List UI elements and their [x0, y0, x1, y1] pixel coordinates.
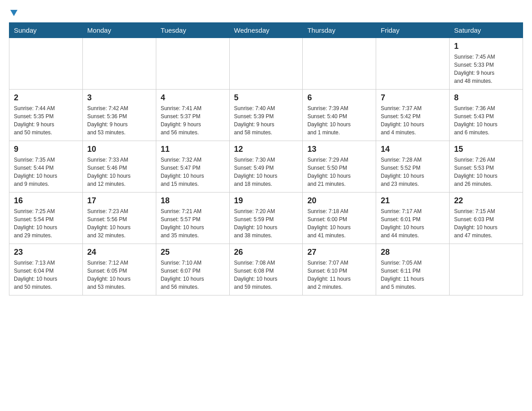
table-row: 27Sunrise: 7:07 AM Sunset: 6:10 PM Dayli… [303, 244, 376, 295]
day-info: Sunrise: 7:33 AM Sunset: 5:46 PM Dayligh… [87, 156, 151, 188]
day-info: Sunrise: 7:41 AM Sunset: 5:37 PM Dayligh… [161, 104, 225, 137]
day-info: Sunrise: 7:42 AM Sunset: 5:36 PM Dayligh… [87, 104, 151, 137]
day-info: Sunrise: 7:13 AM Sunset: 6:04 PM Dayligh… [14, 259, 78, 291]
logo [9, 9, 17, 18]
table-row [229, 38, 303, 90]
table-row: 25Sunrise: 7:10 AM Sunset: 6:07 PM Dayli… [156, 244, 229, 295]
day-number: 13 [307, 145, 371, 154]
table-row [303, 38, 376, 90]
day-info: Sunrise: 7:18 AM Sunset: 6:00 PM Dayligh… [307, 207, 371, 240]
table-row: 12Sunrise: 7:30 AM Sunset: 5:49 PM Dayli… [229, 141, 303, 193]
table-row: 8Sunrise: 7:36 AM Sunset: 5:43 PM Daylig… [450, 90, 523, 141]
table-row [82, 38, 156, 90]
day-number: 5 [234, 93, 298, 103]
day-info: Sunrise: 7:26 AM Sunset: 5:53 PM Dayligh… [454, 156, 518, 188]
day-number: 2 [14, 93, 78, 103]
table-row: 7Sunrise: 7:37 AM Sunset: 5:42 PM Daylig… [376, 90, 450, 141]
table-row: 15Sunrise: 7:26 AM Sunset: 5:53 PM Dayli… [450, 141, 523, 193]
day-info: Sunrise: 7:39 AM Sunset: 5:40 PM Dayligh… [307, 104, 371, 137]
day-info: Sunrise: 7:37 AM Sunset: 5:42 PM Dayligh… [381, 104, 445, 137]
day-number: 20 [307, 196, 371, 206]
day-number: 28 [381, 248, 445, 257]
day-number: 3 [87, 93, 151, 103]
week-row-1: 1Sunrise: 7:45 AM Sunset: 5:33 PM Daylig… [9, 38, 523, 90]
table-row: 2Sunrise: 7:44 AM Sunset: 5:35 PM Daylig… [9, 90, 83, 141]
day-number: 6 [307, 93, 371, 103]
day-info: Sunrise: 7:10 AM Sunset: 6:07 PM Dayligh… [161, 259, 225, 291]
day-number: 17 [87, 196, 151, 206]
day-number: 27 [307, 248, 371, 257]
week-row-4: 16Sunrise: 7:25 AM Sunset: 5:54 PM Dayli… [9, 193, 523, 244]
day-number: 19 [234, 196, 298, 206]
week-row-2: 2Sunrise: 7:44 AM Sunset: 5:35 PM Daylig… [9, 90, 523, 141]
day-number: 16 [14, 196, 78, 206]
table-row: 28Sunrise: 7:05 AM Sunset: 6:11 PM Dayli… [376, 244, 450, 295]
svg-marker-0 [10, 10, 17, 16]
table-row: 26Sunrise: 7:08 AM Sunset: 6:08 PM Dayli… [229, 244, 303, 295]
logo-arrow-icon [10, 10, 17, 19]
col-sunday: Sunday [9, 23, 83, 38]
day-info: Sunrise: 7:29 AM Sunset: 5:50 PM Dayligh… [307, 156, 371, 188]
day-number: 26 [234, 248, 298, 257]
day-number: 1 [454, 42, 518, 51]
table-row [450, 244, 523, 295]
day-number: 22 [454, 196, 518, 206]
table-row: 23Sunrise: 7:13 AM Sunset: 6:04 PM Dayli… [9, 244, 83, 295]
day-number: 25 [161, 248, 225, 257]
day-number: 15 [454, 145, 518, 154]
week-row-5: 23Sunrise: 7:13 AM Sunset: 6:04 PM Dayli… [9, 244, 523, 295]
day-number: 11 [161, 145, 225, 154]
day-info: Sunrise: 7:30 AM Sunset: 5:49 PM Dayligh… [234, 156, 298, 188]
day-number: 8 [454, 93, 518, 103]
day-info: Sunrise: 7:40 AM Sunset: 5:39 PM Dayligh… [234, 104, 298, 137]
day-number: 9 [14, 145, 78, 154]
table-row: 10Sunrise: 7:33 AM Sunset: 5:46 PM Dayli… [82, 141, 156, 193]
table-row: 13Sunrise: 7:29 AM Sunset: 5:50 PM Dayli… [303, 141, 376, 193]
day-info: Sunrise: 7:20 AM Sunset: 5:59 PM Dayligh… [234, 207, 298, 240]
week-row-3: 9Sunrise: 7:35 AM Sunset: 5:44 PM Daylig… [9, 141, 523, 193]
day-info: Sunrise: 7:45 AM Sunset: 5:33 PM Dayligh… [454, 53, 518, 85]
table-row: 9Sunrise: 7:35 AM Sunset: 5:44 PM Daylig… [9, 141, 83, 193]
table-row: 19Sunrise: 7:20 AM Sunset: 5:59 PM Dayli… [229, 193, 303, 244]
day-info: Sunrise: 7:15 AM Sunset: 6:03 PM Dayligh… [454, 207, 518, 240]
day-info: Sunrise: 7:32 AM Sunset: 5:47 PM Dayligh… [161, 156, 225, 188]
day-info: Sunrise: 7:12 AM Sunset: 6:05 PM Dayligh… [87, 259, 151, 291]
table-row: 21Sunrise: 7:17 AM Sunset: 6:01 PM Dayli… [376, 193, 450, 244]
table-row: 5Sunrise: 7:40 AM Sunset: 5:39 PM Daylig… [229, 90, 303, 141]
table-row: 1Sunrise: 7:45 AM Sunset: 5:33 PM Daylig… [450, 38, 523, 90]
day-info: Sunrise: 7:44 AM Sunset: 5:35 PM Dayligh… [14, 104, 78, 137]
table-row: 17Sunrise: 7:23 AM Sunset: 5:56 PM Dayli… [82, 193, 156, 244]
day-number: 24 [87, 248, 151, 257]
day-info: Sunrise: 7:28 AM Sunset: 5:52 PM Dayligh… [381, 156, 445, 188]
col-wednesday: Wednesday [229, 23, 303, 38]
table-row: 11Sunrise: 7:32 AM Sunset: 5:47 PM Dayli… [156, 141, 229, 193]
table-row: 16Sunrise: 7:25 AM Sunset: 5:54 PM Dayli… [9, 193, 83, 244]
table-row: 20Sunrise: 7:18 AM Sunset: 6:00 PM Dayli… [303, 193, 376, 244]
day-info: Sunrise: 7:17 AM Sunset: 6:01 PM Dayligh… [381, 207, 445, 240]
day-number: 23 [14, 248, 78, 257]
col-friday: Friday [376, 23, 450, 38]
day-info: Sunrise: 7:08 AM Sunset: 6:08 PM Dayligh… [234, 259, 298, 291]
day-number: 12 [234, 145, 298, 154]
table-row [376, 38, 450, 90]
day-info: Sunrise: 7:21 AM Sunset: 5:57 PM Dayligh… [161, 207, 225, 240]
day-number: 14 [381, 145, 445, 154]
day-info: Sunrise: 7:36 AM Sunset: 5:43 PM Dayligh… [454, 104, 518, 137]
day-number: 10 [87, 145, 151, 154]
table-row: 22Sunrise: 7:15 AM Sunset: 6:03 PM Dayli… [450, 193, 523, 244]
day-info: Sunrise: 7:25 AM Sunset: 5:54 PM Dayligh… [14, 207, 78, 240]
calendar-table: Sunday Monday Tuesday Wednesday Thursday… [9, 22, 523, 295]
table-row: 3Sunrise: 7:42 AM Sunset: 5:36 PM Daylig… [82, 90, 156, 141]
day-number: 7 [381, 93, 445, 103]
day-info: Sunrise: 7:35 AM Sunset: 5:44 PM Dayligh… [14, 156, 78, 188]
day-info: Sunrise: 7:05 AM Sunset: 6:11 PM Dayligh… [381, 259, 445, 291]
page-header [9, 9, 523, 18]
table-row: 18Sunrise: 7:21 AM Sunset: 5:57 PM Dayli… [156, 193, 229, 244]
day-number: 4 [161, 93, 225, 103]
col-monday: Monday [82, 23, 156, 38]
day-number: 18 [161, 196, 225, 206]
col-saturday: Saturday [450, 23, 523, 38]
table-row [156, 38, 229, 90]
table-row [9, 38, 83, 90]
table-row: 14Sunrise: 7:28 AM Sunset: 5:52 PM Dayli… [376, 141, 450, 193]
